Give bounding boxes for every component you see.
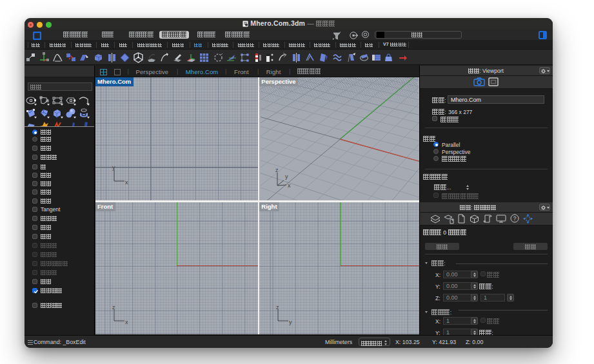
svg-text:x: x [288, 182, 291, 189]
svg-text:y: y [289, 319, 292, 325]
svg-text:z: z [276, 304, 279, 311]
svg-text:x: x [125, 319, 128, 325]
svg-text:y: y [285, 173, 288, 180]
svg-text:z: z [275, 168, 279, 173]
svg-text:y: y [112, 164, 115, 171]
svg-text:z: z [112, 304, 115, 311]
svg-text:x: x [125, 179, 128, 186]
svg-text:?: ? [513, 215, 517, 222]
